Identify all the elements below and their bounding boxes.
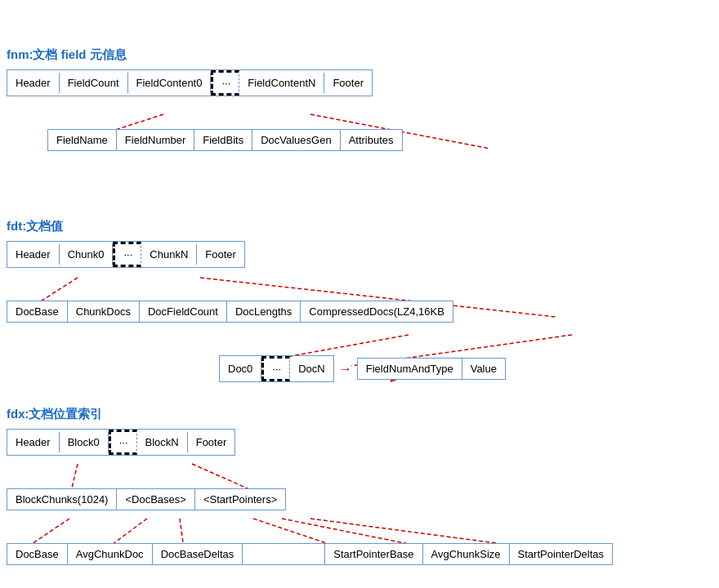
fdx-dots: ··· [109,430,137,455]
fdt-field-row: FieldNumAndType Value [357,358,506,380]
fdt-chunkdocs: ChunkDocs [68,301,140,322]
fdt-docbase: DocBase [7,301,68,322]
fdt-top-row: Header Chunk0 ··· ChunkN Footer [7,241,245,268]
fnm-top-row: Header FieldCount FieldContent0 ··· Fiel… [7,69,373,96]
fnm-fieldnumber: FieldNumber [117,130,194,150]
fdt-chunkn: ChunkN [141,244,197,265]
fdx-avgchunksize: AvgChunkSize [423,544,510,564]
fnm-header: Header [7,73,60,93]
fdx-blockchunks: BlockChunks(1024) [7,489,117,510]
fdt-footer: Footer [197,244,244,265]
fnm-fieldcontentn: FieldContentN [239,73,324,93]
fdx-docbases: <DocBases> [117,489,194,510]
fdt-docn: DocN [290,359,333,379]
fdt-doc-dots: ··· [261,356,290,381]
fdx-avgchunkdoc: AvgChunkDoc [68,544,153,564]
fnm-bottom-row: FieldName FieldNumber FieldBits DocValue… [47,129,403,151]
fnm-fieldcontent0: FieldContent0 [128,73,212,93]
fdx-title: fdx:文档位置索引 [7,407,613,422]
fdx-bottom-row: DocBase AvgChunkDoc DocBaseDeltas StartP… [7,543,613,565]
fdt-chunk0: Chunk0 [60,244,114,265]
fdt-fieldnumandtype: FieldNumAndType [358,359,462,379]
fdx-top-row: Header Block0 ··· BlockN Footer [7,429,235,456]
fdt-header: Header [7,244,60,265]
fdx-docbase: DocBase [7,544,68,564]
fnm-fieldbits: FieldBits [194,130,252,150]
fdt-mid-row: DocBase ChunkDocs DocFieldCount DocLengt… [7,301,453,323]
fdx-docbasedeltas: DocBaseDeltas [153,544,243,564]
fdx-blockn: BlockN [137,432,188,452]
fdt-dots: ··· [113,242,141,267]
fnm-docvaluesgen: DocValuesGen [252,130,340,150]
fdt-doclengths: DocLengths [227,301,301,322]
fdx-mid-row: BlockChunks(1024) <DocBases> <StartPoint… [7,488,286,510]
fnm-dots: ··· [211,70,239,96]
fnm-fieldcount: FieldCount [60,73,128,93]
fdt-value: Value [462,359,505,379]
fdx-startpointers: <StartPointers> [195,489,285,510]
fnm-footer: Footer [324,73,372,93]
fdx-startpointerbase: StartPointerBase [324,544,422,564]
fdt-docfieldcount: DocFieldCount [140,301,227,322]
fnm-fieldname: FieldName [48,130,117,150]
fdt-compresseddocs: CompressedDocs(LZ4,16KB [301,301,452,322]
fdt-doc0: Doc0 [220,359,261,379]
fdx-startpointerdeltas: StartPointerDeltas [510,544,613,564]
fdx-footer: Footer [188,432,235,452]
fnm-title: fnm:文档 field 元信息 [7,47,403,63]
fdt-title: fdt:文档值 [7,219,506,234]
fdx-header: Header [7,432,60,452]
fnm-attributes: Attributes [341,130,402,150]
fdx-block0: Block0 [60,432,109,452]
fdt-doc-row: Doc0 ··· DocN [219,355,334,382]
